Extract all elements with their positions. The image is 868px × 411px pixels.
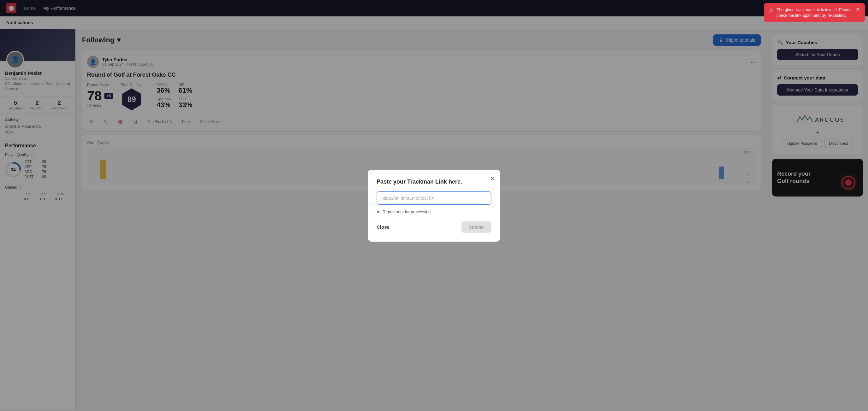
success-dot-icon: ● xyxy=(377,209,380,215)
modal-close-button[interactable]: Close xyxy=(377,224,390,230)
error-icon: ⚠ xyxy=(769,7,773,13)
modal-footer: Close Submit xyxy=(377,221,491,233)
modal-close-x-button[interactable]: ✕ xyxy=(490,175,495,182)
modal-title: Paste your Trackman Link here. xyxy=(377,179,491,185)
modal-overlay: ✕ Paste your Trackman Link here. ● Repor… xyxy=(0,0,868,411)
success-text: Report sent for processing xyxy=(382,210,431,214)
trackman-modal: ✕ Paste your Trackman Link here. ● Repor… xyxy=(368,170,500,242)
modal-submit-button[interactable]: Submit xyxy=(461,221,491,233)
error-banner: ⚠ The given trackman link is invalid. Pl… xyxy=(764,3,865,22)
error-message: The given trackman link is invalid. Plea… xyxy=(777,7,852,18)
trackman-link-input[interactable] xyxy=(377,191,491,205)
success-message: ● Report sent for processing xyxy=(377,209,491,215)
error-close-button[interactable]: ✕ xyxy=(856,6,860,12)
